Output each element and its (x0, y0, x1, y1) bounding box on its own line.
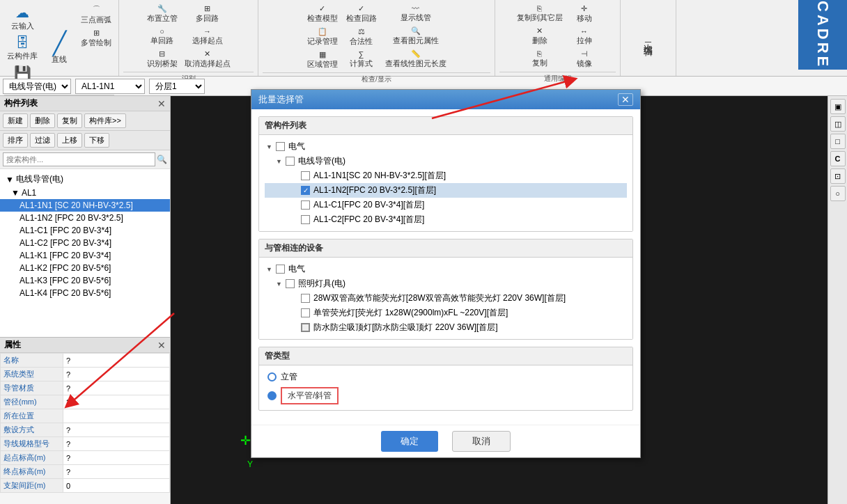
arc-btn[interactable]: ⌒三点画弧 (78, 3, 114, 26)
tree-al1-1n1-item[interactable]: AL1-1N1 [SC 20 NH-BV-3*2.5] (0, 199, 170, 212)
tree-al1-k3-label: AL1-K3 [FPC 20 BV-5*6] (20, 276, 111, 285)
pipe-list-body: ▼ 电气 ▼ 电线导管(电) AL1-1N1[SC 20 NH-BV-3*2.5… (259, 135, 632, 231)
rt-btn-1[interactable]: ▣ (830, 99, 846, 114)
tree-al1-item[interactable]: ▼ AL1 (0, 187, 170, 199)
tree-al1-c2-label: AL1-C2 [FPC 20 BV-3*4] (20, 238, 111, 248)
dlg-elec-expand[interactable]: ▼ (266, 143, 272, 150)
filter-btn[interactable]: 过滤 (30, 133, 55, 148)
main-toolbar: ☁云输入 🗄云构件库 💾构件存盘 ╱ 直线 ⌒三点画弧 ⊞多管绘制 绘图 🔧布置… (0, 0, 847, 77)
rt-btn-4[interactable]: C (830, 151, 846, 166)
comp-lib-btn[interactable]: 构件库>> (84, 113, 126, 128)
check-loop-btn[interactable]: ✓检查回路 (343, 3, 380, 25)
dlg-conduit-item[interactable]: ▼ 电线导管(电) (265, 154, 627, 168)
dlg-dev-elec-label: 电气 (288, 263, 305, 275)
line-btn[interactable]: ╱ 直线 (42, 31, 77, 66)
horizontal-radio[interactable] (267, 391, 277, 400)
rt-btn-2[interactable]: ◫ (830, 116, 846, 132)
dlg-elec-item[interactable]: ▼ 电气 (265, 139, 627, 154)
dlg-waterproof-item[interactable]: 防水防尘吸顶灯[防水防尘吸顶灯 220V 36W][首层] (265, 320, 627, 335)
cancel-select-btn[interactable]: ✕取消选择起点 (182, 48, 233, 70)
tree-al1-k1-item[interactable]: AL1-K1 [FPC 20 BV-3*4] (0, 249, 170, 262)
up-btn[interactable]: 上移 (57, 133, 82, 148)
down-btn[interactable]: 下移 (84, 133, 109, 148)
dlg-waterproof-checkbox[interactable] (301, 323, 310, 332)
tree-al1-1n1-label: AL1-1N1 [SC 20 NH-BV-3*2.5] (20, 200, 133, 210)
multi-draw-btn[interactable]: ⊞多管绘制 (78, 27, 114, 49)
dialog-close-btn[interactable]: ✕ (618, 93, 633, 106)
rt-btn-5[interactable]: ⊡ (830, 168, 846, 184)
dlg-conduit-expand[interactable]: ▼ (276, 158, 282, 165)
copy-btn[interactable]: ⎘复制 (514, 48, 566, 70)
layer-combo[interactable]: 分层1 (149, 79, 205, 94)
del-btn[interactable]: 删除 (30, 113, 55, 128)
tree-al1-c2-item[interactable]: AL1-C2 [FPC 20 BV-3*4] (0, 237, 170, 249)
dlg-dev-elec-expand[interactable]: ▼ (266, 266, 272, 273)
cloud-lib-btn[interactable]: 🗄云构件库 (4, 33, 40, 63)
set-conduit-btn[interactable]: 🔧布置立管 (144, 3, 180, 25)
dlg-al1-c2-item[interactable]: AL1-C2[FPC 20 BV-3*4][首层] (265, 212, 627, 227)
new-btn[interactable]: 新建 (3, 113, 28, 128)
prop-close-btn[interactable]: ✕ (157, 340, 166, 351)
tree-al1-k4-item[interactable]: AL1-K4 [FPC 20 BV-5*6] (0, 287, 170, 299)
component-list-close[interactable]: ✕ (157, 98, 166, 109)
dlg-elec-checkbox[interactable] (276, 142, 285, 151)
identify-bridge-btn[interactable]: ⊟识别桥架 (144, 48, 180, 70)
dlg-28w-checkbox[interactable] (301, 294, 310, 303)
dlg-single-tube-checkbox[interactable] (301, 308, 310, 317)
copy-other-btn[interactable]: ⎘复制到其它层 (514, 3, 566, 24)
toolbar-section-identify: 🔧布置立管 ○单回路 ⊟识别桥架 ⊞多回路 →选择起点 ✕取消选择起点 识别 (119, 0, 258, 76)
move-btn[interactable]: ✛移动 (567, 3, 602, 25)
dlg-dev-elec-item[interactable]: ▼ 电气 (265, 262, 627, 276)
dlg-dev-elec-checkbox[interactable] (276, 265, 285, 274)
mirror-btn[interactable]: ⊣镜像 (567, 48, 602, 70)
dlg-al1-c1-item[interactable]: AL1-C1[FPC 20 BV-3*4][首层] (265, 198, 627, 212)
rt-btn-3[interactable]: □ (830, 134, 846, 149)
delete-btn[interactable]: ✕删除 (514, 25, 566, 47)
component-combo[interactable]: AL1-1N1 (75, 79, 145, 94)
cloud-input-btn[interactable]: ☁云输入 (4, 3, 40, 33)
dlg-conduit-checkbox[interactable] (286, 157, 295, 166)
dlg-al1-1n1-checkbox[interactable] (301, 171, 310, 180)
search-input[interactable] (3, 152, 155, 166)
edit-col1: ⎘复制到其它层 ✕删除 ⎘复制 (514, 3, 566, 70)
dup-btn[interactable]: 复制 (57, 113, 82, 128)
record-mgr-btn[interactable]: 📋记录管理 (304, 26, 341, 48)
stretch-btn[interactable]: ↔拉伸 (567, 26, 602, 47)
dlg-light-expand[interactable]: ▼ (276, 281, 282, 288)
dlg-28w-item[interactable]: 28W双管高效节能荧光灯[28W双管高效节能荧光灯 220V 36W][首层] (265, 291, 627, 306)
tree-al1-1n2-item[interactable]: AL1-1N2 [FPC 20 BV-3*2.5] (0, 212, 170, 224)
dlg-light-checkbox[interactable] (286, 279, 295, 288)
check-loop-icon: ✓ (358, 4, 364, 13)
tree-root-item[interactable]: ▼ 电线导管(电) (0, 172, 170, 187)
select-start-btn[interactable]: →选择起点 (182, 26, 233, 47)
view-prop-btn[interactable]: 🔍查看图元属性 (382, 25, 449, 47)
prop-name: 敷设方式 (1, 423, 63, 437)
dlg-al1-1n2-checkbox[interactable]: ✓ (301, 186, 310, 195)
vertical-radio[interactable] (267, 372, 277, 381)
show-line-btn[interactable]: 〰显示线管 (382, 3, 449, 24)
sort-btn[interactable]: 排序 (3, 133, 28, 148)
dlg-al1-1n1-item[interactable]: AL1-1N1[SC 20 NH-BV-3*2.5][首层] (265, 168, 627, 183)
dlg-light-item[interactable]: ▼ 照明灯具(电) (265, 276, 627, 291)
rt-btn-6[interactable]: ○ (830, 186, 846, 201)
multi-loop-btn[interactable]: ⊞多回路 (182, 3, 233, 25)
legal-btn[interactable]: ⚖合法性 (343, 26, 380, 48)
single-loop-btn[interactable]: ○单回路 (144, 26, 180, 47)
dlg-al1-c1-checkbox[interactable] (301, 200, 310, 210)
check-model-btn[interactable]: ✓检查模型 (304, 3, 341, 25)
cancel-btn[interactable]: 取消 (452, 431, 511, 452)
dlg-al1-1n2-item[interactable]: ✓ AL1-1N2[FPC 20 BV-3*2.5][首层] (265, 183, 627, 198)
tree-al1-k2-item[interactable]: AL1-K2 [FPC 20 BV-5*6] (0, 262, 170, 274)
tree-al1-c1-item[interactable]: AL1-C1 [FPC 20 BV-3*4] (0, 224, 170, 237)
right-toolbar: ▣ ◫ □ C ⊡ ○ (827, 96, 847, 504)
view-len-btn[interactable]: 📏查看线性图元长度 (382, 48, 449, 70)
dlg-single-tube-item[interactable]: 单管荧光灯[荧光灯 1x28W(2900lm)xFL ~220V][首层] (265, 306, 627, 320)
confirm-btn[interactable]: 确定 (381, 431, 438, 452)
dlg-al1-c2-checkbox[interactable] (301, 215, 310, 224)
second-edit-btn[interactable]: 二次编辑 (631, 34, 666, 42)
tree-al1-k3-item[interactable]: AL1-K3 [FPC 20 BV-5*6] (0, 274, 170, 287)
conduit-type-combo[interactable]: 电线导管(电) (3, 79, 71, 94)
calc-btn[interactable]: ∑计算式 (343, 49, 380, 70)
area-mgr-btn[interactable]: ▦区域管理 (304, 49, 341, 71)
search-icon[interactable]: 🔍 (157, 155, 167, 164)
